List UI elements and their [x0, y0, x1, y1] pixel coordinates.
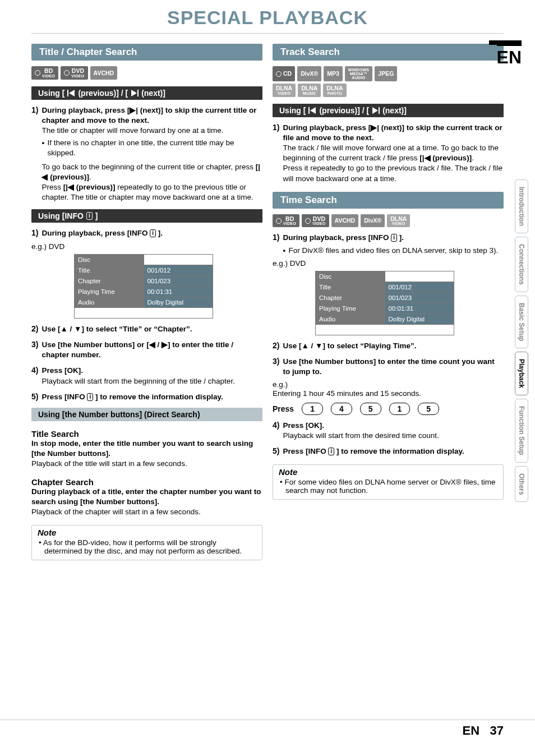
- text-fragment: ].: [397, 233, 404, 242]
- time-step-1: 1) During playback, press [INFO i ]. •Fo…: [273, 233, 504, 255]
- footer-lang: EN: [463, 723, 480, 737]
- step-bold: Press [OK].: [41, 366, 83, 375]
- bar-prev-next-right: Using [ (previous)] / [ (next)]: [273, 104, 504, 117]
- step-line: Press it repeatedly to go to the previou…: [283, 163, 504, 183]
- badge-bd-video: BDVIDEO: [31, 66, 58, 80]
- tab-introduction[interactable]: Introduction: [515, 179, 528, 233]
- text-bold: In stop mode, enter the title number you…: [31, 439, 253, 458]
- text-fragment: (previous)] / [: [319, 106, 369, 115]
- section-track-search: Track Search: [273, 44, 504, 61]
- badge-mp3: MP3: [324, 66, 343, 81]
- left-info-step-1: 1) During playback, press [INFO i ].: [31, 228, 262, 238]
- section-time-search: Time Search: [273, 192, 504, 209]
- lang-code: EN: [497, 47, 522, 67]
- note-title: Note: [273, 465, 503, 477]
- eg-label-left: e.g.) DVD: [31, 242, 262, 251]
- text-fragment: [|◀ (previous)]: [419, 154, 472, 162]
- table-cell: 00:01:31: [144, 286, 213, 297]
- tab-function-setup[interactable]: Function Setup: [515, 399, 528, 462]
- eg-label-right: e.g.) DVD: [273, 259, 504, 268]
- tab-basic-setup[interactable]: Basic Setup: [515, 296, 528, 349]
- table-cell: 001/023: [385, 292, 454, 303]
- key-4: 4: [331, 403, 352, 415]
- left-column: Title / Chapter Search BDVIDEO DVDVIDEO …: [31, 44, 262, 560]
- info-icon: i: [150, 229, 156, 237]
- key-1: 1: [302, 403, 323, 415]
- badge-dvd-video: DVDVIDEO: [61, 66, 87, 80]
- table-cell: 00:01:31: [385, 303, 454, 314]
- step-bold: Press [OK].: [283, 421, 324, 430]
- text-fragment: Using [INFO: [38, 211, 84, 220]
- table-cell: [144, 254, 213, 265]
- note-right: Note • For some video files on DLNA home…: [273, 464, 504, 500]
- step-bold: Use [▲ / ▼] to select “Playing Time”.: [283, 342, 416, 350]
- step-label: 4): [31, 366, 38, 386]
- prev-icon: [67, 90, 75, 96]
- bar-info-left: Using [INFO i ]: [31, 209, 262, 223]
- step-line: Playback will start from the desired tim…: [283, 431, 504, 441]
- key-5: 5: [360, 403, 381, 415]
- note-title: Note: [32, 525, 262, 537]
- page-footer: EN 37: [0, 720, 535, 738]
- footer-page-number: 37: [490, 723, 504, 737]
- text-fragment: During playback, press [INFO: [283, 233, 391, 242]
- text-fragment: During playback, press [INFO: [41, 229, 150, 237]
- right-step-1: 1) During playback, press [▶| (next)] to…: [273, 123, 504, 184]
- step-label: 1): [273, 123, 279, 184]
- badge-cd: CD: [273, 66, 295, 81]
- text-fragment: .: [89, 173, 91, 181]
- step-label: 4): [273, 421, 279, 441]
- note-body: • For some video files on DLNA home serv…: [273, 477, 503, 499]
- step-label: 3): [273, 357, 279, 377]
- svg-marker-6: [372, 107, 378, 114]
- format-badges-right-2: DLNAVIDEO DLNAMUSIC DLNAPHOTO: [273, 84, 504, 97]
- right-column: Track Search CD DivX® MP3 WINDOWSMEDIA™A…: [273, 44, 504, 560]
- tab-connections[interactable]: Connections: [515, 237, 528, 292]
- table-cell: [316, 324, 454, 335]
- chapter-search-head: Chapter Search: [31, 477, 262, 487]
- svg-marker-5: [310, 107, 316, 114]
- step-label: 5): [273, 446, 279, 457]
- table-cell: Audio: [75, 297, 144, 307]
- info-table-right: Disc Title001/012 Chapter001/023 Playing…: [315, 271, 454, 335]
- text-fragment: (next)]: [382, 106, 407, 115]
- left-step-1: 1) During playback, press [▶| (next)] to…: [31, 105, 262, 203]
- step-bold: During playback, press [▶| (next)] to sk…: [283, 123, 504, 143]
- bar-number-buttons: Using [the Number buttons] (Direct Searc…: [31, 408, 262, 421]
- svg-marker-2: [131, 90, 137, 96]
- eg2-line: Entering 1 hour 45 minutes and 15 second…: [273, 389, 504, 399]
- text-fragment: Using [: [38, 89, 64, 98]
- svg-marker-0: [67, 90, 68, 96]
- badge-dlna-video: DLNAVIDEO: [273, 84, 296, 97]
- tab-playback[interactable]: Playback: [515, 352, 528, 395]
- text-fragment: Press: [41, 183, 63, 191]
- text-line: Playback of the title will start in a fe…: [31, 459, 262, 469]
- svg-marker-4: [308, 107, 310, 114]
- table-cell: Title: [316, 282, 385, 292]
- text-fragment: Press [INFO: [283, 447, 328, 455]
- step-label: 1): [273, 233, 279, 255]
- step-line: The title or chapter will move forward b…: [41, 126, 262, 136]
- table-cell: Audio: [316, 314, 385, 324]
- info-table-left: Disc Title001/012 Chapter001/023 Playing…: [74, 254, 213, 319]
- step-bold: Use [the Number buttons] to enter the ti…: [283, 357, 494, 376]
- badge-wma: WINDOWSMEDIA™AUDIO: [345, 66, 372, 81]
- table-cell: Disc: [316, 271, 385, 282]
- keypad-example: Press 1 4 5 1 5: [273, 403, 504, 415]
- table-cell: [75, 307, 213, 318]
- title-search-head: Title Search: [31, 429, 262, 439]
- svg-marker-7: [379, 107, 380, 114]
- section-title-chapter-search: Title / Chapter Search: [31, 44, 262, 61]
- table-cell: Playing Time: [316, 303, 385, 314]
- next-icon: [372, 107, 380, 114]
- info-icon: i: [86, 212, 93, 220]
- step-bullet: For DivX® files and video files on DLNA …: [288, 246, 498, 256]
- table-cell: 001/012: [144, 265, 213, 275]
- table-cell: Chapter: [75, 275, 144, 286]
- step-label: 2): [273, 341, 279, 351]
- tab-others[interactable]: Others: [515, 466, 528, 503]
- text-fragment: (next)]: [141, 89, 165, 98]
- badge-avchd: AVCHD: [331, 214, 359, 228]
- text-fragment: ].: [156, 229, 163, 237]
- text-fragment: ] to remove the information display.: [93, 393, 223, 401]
